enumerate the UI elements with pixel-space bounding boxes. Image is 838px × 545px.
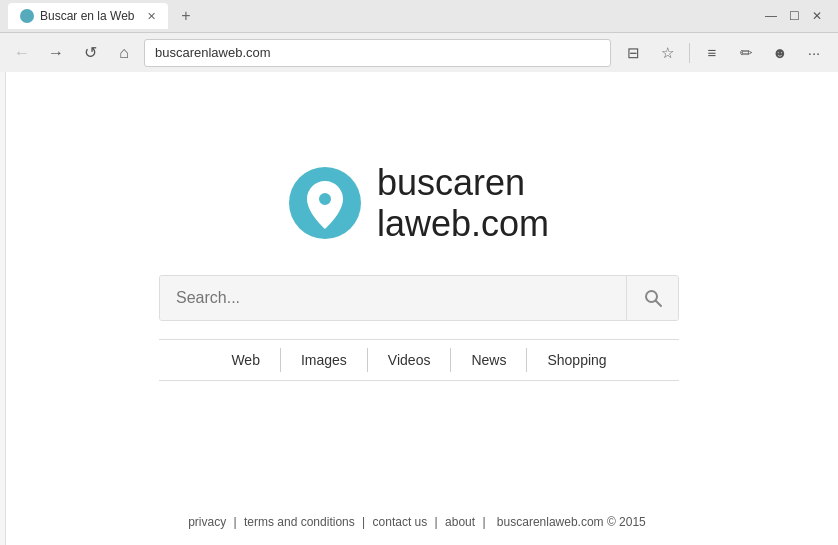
footer-sep-4: |	[482, 515, 488, 529]
search-input[interactable]	[160, 276, 626, 320]
footer-sep-3: |	[435, 515, 441, 529]
footer-contact[interactable]: contact us	[373, 515, 428, 529]
toolbar-separator	[689, 43, 690, 63]
profile-icon[interactable]: ☻	[768, 41, 792, 65]
home-icon: ⌂	[119, 44, 129, 62]
search-icon	[643, 288, 663, 308]
close-button[interactable]: ✕	[812, 9, 822, 23]
logo-text: buscaren laweb.com	[377, 162, 549, 245]
address-bar-row: ← → ↺ ⌂ buscarenlaweb.com ⊟ ☆ ≡ ✏ ☻ ···	[0, 32, 838, 72]
search-button[interactable]	[626, 276, 678, 320]
nav-link-videos[interactable]: Videos	[368, 348, 452, 372]
page-content: buscaren laweb.com Web Images Videos New…	[0, 72, 838, 545]
nav-link-web[interactable]: Web	[211, 348, 281, 372]
footer-privacy[interactable]: privacy	[188, 515, 226, 529]
search-bar	[159, 275, 679, 321]
forward-icon: →	[48, 44, 64, 62]
tab-favicon	[20, 9, 34, 23]
logo-icon	[289, 167, 361, 239]
logo-area: buscaren laweb.com	[289, 162, 549, 245]
footer-sep-2: |	[362, 515, 368, 529]
address-text: buscarenlaweb.com	[155, 45, 271, 60]
new-tab-button[interactable]: +	[172, 3, 200, 29]
sidebar-panel	[0, 72, 6, 545]
footer-sep-1: |	[234, 515, 240, 529]
refresh-icon: ↺	[84, 43, 97, 62]
title-bar: Buscar en la Web ✕ + — ☐ ✕	[0, 0, 838, 32]
footer-about[interactable]: about	[445, 515, 475, 529]
footer-copyright: buscarenlaweb.com © 2015	[497, 515, 646, 529]
toolbar-icons: ⊟ ☆ ≡ ✏ ☻ ···	[617, 41, 830, 65]
minimize-button[interactable]: —	[765, 9, 777, 23]
home-button[interactable]: ⌂	[110, 39, 138, 67]
browser-chrome: Buscar en la Web ✕ + — ☐ ✕ ← → ↺ ⌂ busca…	[0, 0, 838, 72]
address-bar[interactable]: buscarenlaweb.com	[144, 39, 611, 67]
tab-close-button[interactable]: ✕	[147, 10, 156, 23]
reader-view-icon[interactable]: ⊟	[621, 41, 645, 65]
nav-links: Web Images Videos News Shopping	[159, 339, 679, 381]
footer-terms[interactable]: terms and conditions	[244, 515, 355, 529]
browser-tab[interactable]: Buscar en la Web ✕	[8, 3, 168, 29]
footer: privacy | terms and conditions | contact…	[0, 515, 838, 529]
forward-button[interactable]: →	[42, 39, 70, 67]
nav-link-images[interactable]: Images	[281, 348, 368, 372]
window-controls: — ☐ ✕	[765, 9, 830, 23]
more-icon[interactable]: ···	[802, 41, 826, 65]
favorites-icon[interactable]: ☆	[655, 41, 679, 65]
svg-line-2	[655, 300, 661, 306]
nav-link-news[interactable]: News	[451, 348, 527, 372]
nav-link-shopping[interactable]: Shopping	[527, 348, 626, 372]
tab-title: Buscar en la Web	[40, 9, 135, 23]
back-icon: ←	[14, 44, 30, 62]
back-button[interactable]: ←	[8, 39, 36, 67]
make-note-icon[interactable]: ✏	[734, 41, 758, 65]
restore-button[interactable]: ☐	[789, 9, 800, 23]
hub-icon[interactable]: ≡	[700, 41, 724, 65]
refresh-button[interactable]: ↺	[76, 39, 104, 67]
